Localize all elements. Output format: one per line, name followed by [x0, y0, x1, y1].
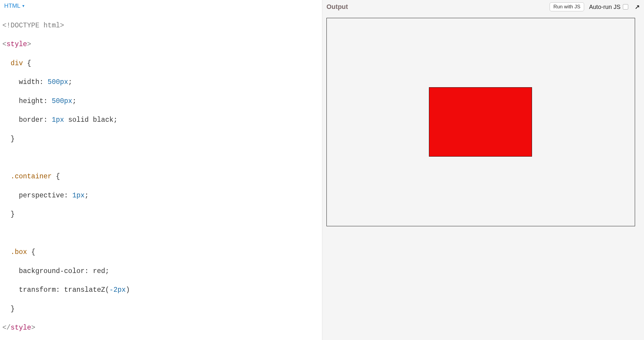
editor-pane: HTML ▼ <!DOCTYPE html> <style> div { wid…: [0, 0, 322, 340]
popout-icon[interactable]: ↗: [633, 4, 640, 10]
code-editor[interactable]: <!DOCTYPE html> <style> div { width: 500…: [0, 11, 322, 340]
language-selector[interactable]: HTML ▼: [4, 2, 25, 9]
output-title: Output: [326, 3, 348, 11]
autorun-toggle[interactable]: Auto-run JS: [589, 4, 628, 10]
output-header: Output Run with JS Auto-run JS ↗: [322, 0, 644, 14]
app-root: HTML ▼ <!DOCTYPE html> <style> div { wid…: [0, 0, 644, 340]
output-preview-container: [326, 18, 635, 226]
editor-header: HTML ▼: [0, 0, 322, 11]
language-label: HTML: [4, 2, 20, 9]
run-with-js-button[interactable]: Run with JS: [550, 2, 584, 11]
output-preview-box: [429, 87, 532, 157]
chevron-down-icon: ▼: [21, 4, 25, 8]
autorun-checkbox[interactable]: [623, 4, 628, 10]
autorun-label: Auto-run JS: [589, 4, 620, 10]
output-pane: Output Run with JS Auto-run JS ↗: [322, 0, 644, 340]
